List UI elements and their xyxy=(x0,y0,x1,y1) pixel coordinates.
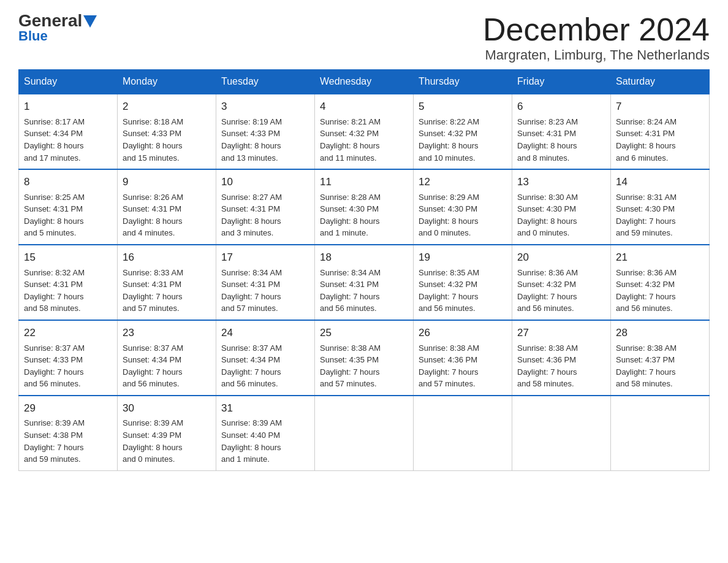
day-number: 2 xyxy=(123,99,211,115)
calendar-day-cell: 17Sunrise: 8:34 AM Sunset: 4:31 PM Dayli… xyxy=(216,245,315,320)
calendar-day-cell: 18Sunrise: 8:34 AM Sunset: 4:31 PM Dayli… xyxy=(315,245,414,320)
calendar-week-row: 29Sunrise: 8:39 AM Sunset: 4:38 PM Dayli… xyxy=(19,396,710,470)
calendar-day-cell: 25Sunrise: 8:38 AM Sunset: 4:35 PM Dayli… xyxy=(315,320,414,396)
calendar-day-cell: 23Sunrise: 8:37 AM Sunset: 4:34 PM Dayli… xyxy=(118,320,216,396)
calendar-day-cell xyxy=(315,396,414,470)
day-number: 13 xyxy=(517,175,605,190)
day-info: Sunrise: 8:23 AM Sunset: 4:31 PM Dayligh… xyxy=(517,117,578,163)
day-number: 29 xyxy=(24,401,112,416)
calendar-day-cell: 8Sunrise: 8:25 AM Sunset: 4:31 PM Daylig… xyxy=(19,169,118,245)
day-number: 23 xyxy=(123,326,211,341)
calendar-day-cell: 10Sunrise: 8:27 AM Sunset: 4:31 PM Dayli… xyxy=(216,169,315,245)
calendar-week-row: 15Sunrise: 8:32 AM Sunset: 4:31 PM Dayli… xyxy=(19,245,710,320)
calendar-day-cell: 5Sunrise: 8:22 AM Sunset: 4:32 PM Daylig… xyxy=(414,94,512,169)
day-number: 7 xyxy=(616,99,704,115)
calendar-day-cell: 7Sunrise: 8:24 AM Sunset: 4:31 PM Daylig… xyxy=(611,94,710,169)
calendar-day-cell: 28Sunrise: 8:38 AM Sunset: 4:37 PM Dayli… xyxy=(611,320,710,396)
day-info: Sunrise: 8:34 AM Sunset: 4:31 PM Dayligh… xyxy=(320,268,381,313)
day-info: Sunrise: 8:21 AM Sunset: 4:32 PM Dayligh… xyxy=(320,117,381,163)
day-info: Sunrise: 8:31 AM Sunset: 4:30 PM Dayligh… xyxy=(616,193,677,238)
column-header-monday: Monday xyxy=(118,70,216,94)
calendar-day-cell: 6Sunrise: 8:23 AM Sunset: 4:31 PM Daylig… xyxy=(512,94,611,169)
day-info: Sunrise: 8:33 AM Sunset: 4:31 PM Dayligh… xyxy=(123,268,183,313)
day-info: Sunrise: 8:18 AM Sunset: 4:33 PM Dayligh… xyxy=(123,117,183,163)
day-info: Sunrise: 8:37 AM Sunset: 4:34 PM Dayligh… xyxy=(221,343,282,389)
title-block: December 2024 Margraten, Limburg, The Ne… xyxy=(483,12,710,63)
day-info: Sunrise: 8:38 AM Sunset: 4:36 PM Dayligh… xyxy=(419,343,479,389)
day-info: Sunrise: 8:28 AM Sunset: 4:30 PM Dayligh… xyxy=(320,193,381,238)
day-info: Sunrise: 8:17 AM Sunset: 4:34 PM Dayligh… xyxy=(24,117,85,163)
logo-general-text: General xyxy=(18,12,82,29)
day-info: Sunrise: 8:29 AM Sunset: 4:30 PM Dayligh… xyxy=(419,193,479,238)
day-info: Sunrise: 8:36 AM Sunset: 4:32 PM Dayligh… xyxy=(517,268,578,313)
day-info: Sunrise: 8:38 AM Sunset: 4:35 PM Dayligh… xyxy=(320,343,381,389)
day-info: Sunrise: 8:38 AM Sunset: 4:36 PM Dayligh… xyxy=(517,343,578,389)
day-info: Sunrise: 8:39 AM Sunset: 4:39 PM Dayligh… xyxy=(123,418,183,464)
day-info: Sunrise: 8:39 AM Sunset: 4:38 PM Dayligh… xyxy=(24,418,85,464)
logo-triangle-icon xyxy=(83,15,97,28)
calendar-day-cell: 24Sunrise: 8:37 AM Sunset: 4:34 PM Dayli… xyxy=(216,320,315,396)
day-number: 26 xyxy=(419,326,507,341)
day-number: 18 xyxy=(320,250,408,266)
day-number: 11 xyxy=(320,175,408,190)
day-number: 15 xyxy=(24,250,112,266)
svg-marker-0 xyxy=(83,15,97,28)
calendar-day-cell: 14Sunrise: 8:31 AM Sunset: 4:30 PM Dayli… xyxy=(611,169,710,245)
day-number: 17 xyxy=(221,250,309,266)
calendar-day-cell: 9Sunrise: 8:26 AM Sunset: 4:31 PM Daylig… xyxy=(118,169,216,245)
day-number: 16 xyxy=(123,250,211,266)
calendar-day-cell: 22Sunrise: 8:37 AM Sunset: 4:33 PM Dayli… xyxy=(19,320,118,396)
day-info: Sunrise: 8:38 AM Sunset: 4:37 PM Dayligh… xyxy=(616,343,677,389)
day-info: Sunrise: 8:22 AM Sunset: 4:32 PM Dayligh… xyxy=(419,117,479,163)
day-number: 30 xyxy=(123,401,211,416)
calendar-day-cell: 3Sunrise: 8:19 AM Sunset: 4:33 PM Daylig… xyxy=(216,94,315,169)
day-number: 4 xyxy=(320,99,408,115)
day-number: 22 xyxy=(24,326,112,341)
location-title: Margraten, Limburg, The Netherlands xyxy=(483,47,710,63)
column-header-friday: Friday xyxy=(512,70,611,94)
calendar-day-cell: 29Sunrise: 8:39 AM Sunset: 4:38 PM Dayli… xyxy=(19,396,118,470)
calendar-day-cell xyxy=(611,396,710,470)
month-title: December 2024 xyxy=(483,12,710,47)
day-number: 25 xyxy=(320,326,408,341)
calendar-day-cell: 20Sunrise: 8:36 AM Sunset: 4:32 PM Dayli… xyxy=(512,245,611,320)
calendar-week-row: 22Sunrise: 8:37 AM Sunset: 4:33 PM Dayli… xyxy=(19,320,710,396)
calendar-day-cell: 1Sunrise: 8:17 AM Sunset: 4:34 PM Daylig… xyxy=(19,94,118,169)
column-header-tuesday: Tuesday xyxy=(216,70,315,94)
calendar-day-cell: 19Sunrise: 8:35 AM Sunset: 4:32 PM Dayli… xyxy=(414,245,512,320)
day-number: 10 xyxy=(221,175,309,190)
day-info: Sunrise: 8:37 AM Sunset: 4:34 PM Dayligh… xyxy=(123,343,183,389)
logo: General Blue xyxy=(18,12,97,44)
column-header-sunday: Sunday xyxy=(19,70,118,94)
column-header-wednesday: Wednesday xyxy=(315,70,414,94)
day-number: 6 xyxy=(517,99,605,115)
calendar-day-cell xyxy=(512,396,611,470)
day-number: 27 xyxy=(517,326,605,341)
calendar-day-cell: 31Sunrise: 8:39 AM Sunset: 4:40 PM Dayli… xyxy=(216,396,315,470)
day-number: 9 xyxy=(123,175,211,190)
day-number: 28 xyxy=(616,326,704,341)
calendar-day-cell: 13Sunrise: 8:30 AM Sunset: 4:30 PM Dayli… xyxy=(512,169,611,245)
calendar-day-cell: 16Sunrise: 8:33 AM Sunset: 4:31 PM Dayli… xyxy=(118,245,216,320)
calendar-day-cell xyxy=(414,396,512,470)
day-number: 5 xyxy=(419,99,507,115)
day-info: Sunrise: 8:27 AM Sunset: 4:31 PM Dayligh… xyxy=(221,193,282,238)
calendar-day-cell: 30Sunrise: 8:39 AM Sunset: 4:39 PM Dayli… xyxy=(118,396,216,470)
day-number: 14 xyxy=(616,175,704,190)
day-info: Sunrise: 8:25 AM Sunset: 4:31 PM Dayligh… xyxy=(24,193,85,238)
calendar-day-cell: 12Sunrise: 8:29 AM Sunset: 4:30 PM Dayli… xyxy=(414,169,512,245)
calendar-week-row: 8Sunrise: 8:25 AM Sunset: 4:31 PM Daylig… xyxy=(19,169,710,245)
day-info: Sunrise: 8:35 AM Sunset: 4:32 PM Dayligh… xyxy=(419,268,479,313)
day-number: 31 xyxy=(221,401,309,416)
day-number: 19 xyxy=(419,250,507,266)
day-info: Sunrise: 8:39 AM Sunset: 4:40 PM Dayligh… xyxy=(221,418,282,464)
day-number: 12 xyxy=(419,175,507,190)
calendar-header-row: SundayMondayTuesdayWednesdayThursdayFrid… xyxy=(19,70,710,94)
day-number: 8 xyxy=(24,175,112,190)
day-info: Sunrise: 8:34 AM Sunset: 4:31 PM Dayligh… xyxy=(221,268,282,313)
day-info: Sunrise: 8:19 AM Sunset: 4:33 PM Dayligh… xyxy=(221,117,282,163)
calendar-week-row: 1Sunrise: 8:17 AM Sunset: 4:34 PM Daylig… xyxy=(19,94,710,169)
calendar-day-cell: 27Sunrise: 8:38 AM Sunset: 4:36 PM Dayli… xyxy=(512,320,611,396)
calendar-day-cell: 11Sunrise: 8:28 AM Sunset: 4:30 PM Dayli… xyxy=(315,169,414,245)
calendar-day-cell: 26Sunrise: 8:38 AM Sunset: 4:36 PM Dayli… xyxy=(414,320,512,396)
